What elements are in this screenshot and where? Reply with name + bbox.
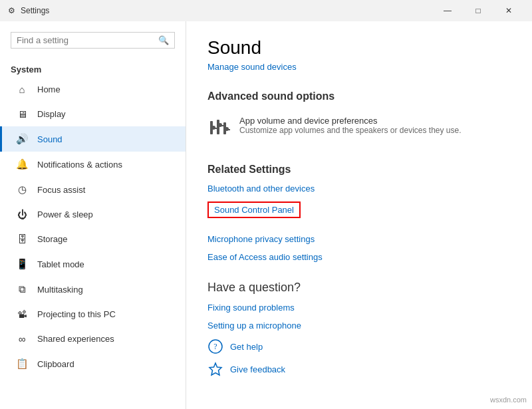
multitasking-icon: ⧉ xyxy=(16,283,28,295)
related-settings-section: Related Settings Bluetooth and other dev… xyxy=(207,164,511,262)
advanced-sound-title: Advanced sound options xyxy=(207,90,511,102)
sidebar-item-label: Notifications & actions xyxy=(37,160,122,170)
sound-icon: 🔊 xyxy=(16,133,28,145)
display-icon: 🖥 xyxy=(16,108,28,120)
svg-rect-2 xyxy=(217,120,219,134)
minimize-button[interactable]: — xyxy=(432,0,463,21)
get-help-svg: ? xyxy=(208,339,223,354)
sidebar-item-label: Storage xyxy=(37,234,68,244)
sound-control-panel-link[interactable]: Sound Control Panel xyxy=(207,202,301,218)
sidebar-item-home[interactable]: ⌂ Home xyxy=(0,77,186,102)
have-question-title: Have a question? xyxy=(207,281,511,295)
sidebar-item-focus[interactable]: ◷ Focus assist xyxy=(0,177,186,202)
sidebar-item-label: Shared experiences xyxy=(37,334,114,344)
svg-text:?: ? xyxy=(213,342,217,351)
title-bar: ⚙ Settings — □ ✕ xyxy=(0,0,532,21)
sidebar-item-multitasking[interactable]: ⧉ Multitasking xyxy=(0,277,186,302)
sidebar-item-label: Power & sleep xyxy=(37,209,93,219)
sidebar-item-power[interactable]: ⏻ Power & sleep xyxy=(0,202,186,227)
app-volume-title: App volume and device preferences xyxy=(239,116,462,126)
sidebar-item-label: Home xyxy=(37,84,61,94)
manage-sound-devices-link[interactable]: Manage sound devices xyxy=(207,62,297,72)
storage-icon: 🗄 xyxy=(16,233,28,245)
app-volume-row: App volume and device preferences Custom… xyxy=(207,110,511,145)
bluetooth-link[interactable]: Bluetooth and other devices xyxy=(207,184,511,194)
page-title: Sound xyxy=(207,37,511,59)
main-content: Sound Manage sound devices Advanced soun… xyxy=(186,21,532,409)
title-bar-left: ⚙ Settings xyxy=(8,6,49,15)
sidebar-item-label: Projecting to this PC xyxy=(37,309,116,319)
sidebar-item-display[interactable]: 🖥 Display xyxy=(0,102,186,126)
related-settings-title: Related Settings xyxy=(207,164,511,176)
maximize-button[interactable]: □ xyxy=(463,0,493,21)
focus-icon: ◷ xyxy=(16,184,28,196)
sidebar-item-label: Focus assist xyxy=(37,185,85,195)
title-bar-controls: — □ ✕ xyxy=(432,0,524,21)
notifications-icon: 🔔 xyxy=(16,158,28,170)
sidebar-item-label: Clipboard xyxy=(37,359,74,369)
app-volume-icon xyxy=(207,116,231,140)
settings-icon: ⚙ xyxy=(8,6,15,15)
projecting-icon: 📽 xyxy=(16,309,28,320)
sidebar: 🔍 System ⌂ Home 🖥 Display 🔊 Sound 🔔 Noti… xyxy=(0,21,186,409)
give-feedback-label[interactable]: Give feedback xyxy=(230,364,285,374)
sound-control-wrapper: Sound Control Panel xyxy=(207,202,511,226)
mixer-icon-svg xyxy=(207,116,231,140)
give-feedback-svg xyxy=(208,362,223,376)
power-icon: ⏻ xyxy=(16,209,28,220)
svg-point-8 xyxy=(225,127,229,131)
sidebar-header: 🔍 xyxy=(0,21,186,59)
home-icon: ⌂ xyxy=(16,84,28,95)
search-icon: 🔍 xyxy=(158,35,169,45)
sidebar-item-storage[interactable]: 🗄 Storage xyxy=(0,227,186,251)
search-box[interactable]: 🔍 xyxy=(11,32,175,49)
settings-window: ⚙ Settings — □ ✕ 🔍 System ⌂ Home xyxy=(0,0,532,409)
fixing-sound-link[interactable]: Fixing sound problems xyxy=(207,303,511,313)
shared-icon: ∞ xyxy=(16,333,28,344)
ease-access-link[interactable]: Ease of Access audio settings xyxy=(207,252,511,262)
setting-mic-link[interactable]: Setting up a microphone xyxy=(207,321,511,331)
window-title: Settings xyxy=(21,6,49,15)
sidebar-item-label: Tablet mode xyxy=(37,259,84,269)
get-help-label[interactable]: Get help xyxy=(230,342,263,352)
sidebar-item-label: Display xyxy=(37,109,66,119)
svg-point-6 xyxy=(211,126,215,130)
sidebar-item-projecting[interactable]: 📽 Projecting to this PC xyxy=(0,302,186,327)
sidebar-item-tablet[interactable]: 📱 Tablet mode xyxy=(0,251,186,277)
system-label: System xyxy=(0,59,186,77)
close-button[interactable]: ✕ xyxy=(493,0,524,21)
search-input[interactable] xyxy=(17,35,158,45)
give-feedback-row[interactable]: Give feedback xyxy=(207,361,511,377)
sidebar-item-shared[interactable]: ∞ Shared experiences xyxy=(0,327,186,351)
app-volume-text: App volume and device preferences Custom… xyxy=(239,116,462,135)
sidebar-item-label: Multitasking xyxy=(37,285,83,295)
sidebar-item-notifications[interactable]: 🔔 Notifications & actions xyxy=(0,152,186,177)
svg-point-7 xyxy=(218,123,222,127)
watermark: wsxdn.com xyxy=(490,396,527,404)
sidebar-item-clipboard[interactable]: 📋 Clipboard xyxy=(0,351,186,376)
content-area: 🔍 System ⌂ Home 🖥 Display 🔊 Sound 🔔 Noti… xyxy=(0,21,532,409)
get-help-row[interactable]: ? Get help xyxy=(207,339,511,354)
get-help-icon: ? xyxy=(207,339,223,354)
tablet-icon: 📱 xyxy=(16,258,28,270)
sidebar-item-sound[interactable]: 🔊 Sound xyxy=(0,126,186,152)
give-feedback-icon xyxy=(207,361,223,377)
mic-privacy-link[interactable]: Microphone privacy settings xyxy=(207,234,511,244)
app-volume-desc: Customize app volumes and the speakers o… xyxy=(239,126,462,135)
sidebar-item-label: Sound xyxy=(37,134,63,144)
clipboard-icon: 📋 xyxy=(16,358,28,370)
